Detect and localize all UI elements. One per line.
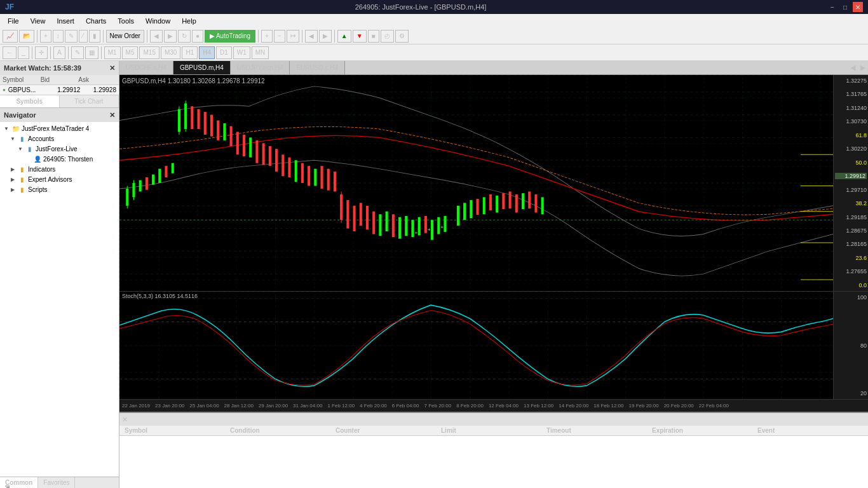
- tree-indicators[interactable]: ▶ ▮ Indicators: [1, 164, 118, 174]
- tf-w1[interactable]: W1: [233, 46, 250, 59]
- text-tool[interactable]: A: [53, 46, 65, 59]
- crosshair-tool[interactable]: ✛: [35, 46, 48, 59]
- buy-button[interactable]: ▲: [337, 30, 351, 43]
- forward-button[interactable]: ▶: [164, 30, 177, 43]
- navigator-close[interactable]: ✕: [109, 111, 115, 119]
- chart-area: USDCHF.s,H4 GBPUSD.m,H4 USDJPY.ecn,H4 EU…: [119, 61, 868, 412]
- svg-rect-26: [172, 163, 174, 173]
- separator2: [103, 30, 104, 43]
- svg-rect-73: [463, 203, 466, 220]
- tree-root[interactable]: ▼ 📁 JustForex MetaTrader 4: [1, 123, 118, 133]
- menu-insert[interactable]: Insert: [51, 16, 79, 26]
- tab-symbols[interactable]: Symbols: [0, 95, 60, 107]
- candle-button[interactable]: ▮: [89, 30, 100, 43]
- draw-button[interactable]: ✎: [65, 30, 78, 43]
- main-chart[interactable]: GBPUSD.m,H4 1.30180 1.30268 1.29678 1.29…: [119, 75, 868, 291]
- tf-m30[interactable]: M30: [161, 46, 180, 59]
- market-watch-row[interactable]: ● GBPUS... 1.29912 1.29928: [0, 85, 119, 95]
- time-feb13: 13 Feb 12:00: [521, 403, 556, 409]
- refresh-button[interactable]: ↻: [178, 30, 191, 43]
- tf-m15[interactable]: M15: [139, 46, 159, 59]
- chart-scroll-right[interactable]: ▶: [858, 62, 868, 73]
- menu-tools[interactable]: Tools: [112, 16, 139, 26]
- minimize-button[interactable]: −: [827, 2, 837, 12]
- tree-accounts[interactable]: ▼ ▮ Accounts: [1, 133, 118, 144]
- tf-h4[interactable]: H4: [199, 46, 215, 59]
- tf-d1[interactable]: D1: [216, 46, 232, 59]
- sell-button[interactable]: ▼: [353, 30, 367, 43]
- ask-price: 1.29928: [80, 86, 116, 93]
- autotrading-icon: ▶: [210, 32, 215, 39]
- tf-m1[interactable]: M1: [104, 46, 121, 59]
- autotrading-button[interactable]: ▶ AutoTrading: [205, 30, 255, 43]
- tf-sep4: [101, 46, 102, 59]
- navigator-bottom-tabs: Common Favorites: [0, 477, 119, 488]
- cursor-tool2[interactable]: ⎯: [18, 46, 29, 59]
- chart-scroll-left[interactable]: ◀: [848, 62, 858, 73]
- market-watch-close[interactable]: ✕: [109, 64, 115, 72]
- col-counter-header: Counter: [336, 427, 441, 434]
- toolbar1: 📈 📂 + ↕ ✎ ∕ ▮ New Order ◀ ▶ ↻ ● ▶ AutoTr…: [0, 28, 868, 44]
- tab-tick-chart[interactable]: Tick Chart: [60, 95, 119, 107]
- tf-h1[interactable]: H1: [182, 46, 198, 59]
- svg-rect-78: [496, 196, 498, 213]
- menu-file[interactable]: File: [3, 16, 24, 26]
- nav-tab-favorites[interactable]: Favorites: [38, 477, 75, 488]
- line-button[interactable]: ∕: [79, 30, 88, 43]
- col-condition-header: Condition: [230, 427, 336, 434]
- svg-text:+: +: [415, 230, 418, 235]
- svg-rect-83: [528, 191, 531, 208]
- clock-button[interactable]: ◴: [381, 30, 394, 43]
- account-label: 264905: Thorsten: [43, 156, 93, 163]
- price-scale: 1.32275 1.31765 1.31240 1.30730 61.8 1.3…: [833, 75, 868, 291]
- tf-mn[interactable]: MN: [252, 46, 269, 59]
- menu-charts[interactable]: Charts: [81, 16, 111, 26]
- chart-tab-usdchf[interactable]: USDCHF.s,H4: [119, 61, 173, 74]
- menu-help[interactable]: Help: [177, 16, 201, 26]
- next-bar-button[interactable]: ▶: [319, 30, 332, 43]
- alerts-close-button[interactable]: ✕: [122, 416, 128, 424]
- svg-rect-45: [281, 154, 284, 176]
- zoom-out-button[interactable]: −: [274, 30, 285, 43]
- tools-button[interactable]: ⚙: [395, 30, 409, 43]
- svg-rect-66: [411, 220, 414, 237]
- zoom-fit-button[interactable]: ↦: [287, 30, 299, 43]
- tree-justforex[interactable]: ▼ ▮ JustForex-Live: [1, 144, 118, 154]
- chart-tab-usdjpy[interactable]: USDJPY.ecn,H4: [231, 61, 290, 74]
- symbol-name: GBPUS...: [8, 86, 44, 93]
- menu-view[interactable]: View: [25, 16, 51, 26]
- svg-text:+: +: [440, 224, 444, 229]
- cursor-tool[interactable]: ←: [3, 46, 17, 59]
- close-button[interactable]: ✕: [853, 2, 863, 12]
- chart-tab-eurusd[interactable]: EURUSD.c,H4: [290, 61, 345, 74]
- tf-m5[interactable]: M5: [122, 46, 139, 59]
- zoom-in-button[interactable]: +: [261, 30, 273, 43]
- history-button[interactable]: ◀: [150, 30, 163, 43]
- col-symbol: Symbol: [3, 76, 41, 83]
- chart-tab-gbpusd[interactable]: GBPUSD.m,H4: [173, 61, 231, 74]
- trailing-button[interactable]: ■: [368, 30, 379, 43]
- price-1.27655: 1.27655: [835, 268, 867, 274]
- tree-scripts[interactable]: ▶ ▮ Scripts: [1, 184, 118, 194]
- svg-rect-23: [152, 175, 154, 185]
- navigator-header: Navigator ✕: [0, 108, 119, 122]
- crosshair-button[interactable]: +: [40, 30, 51, 43]
- tf-sep2: [50, 46, 51, 59]
- svg-rect-46: [288, 158, 290, 177]
- tree-experts[interactable]: ▶ ▮ Expert Advisors: [1, 174, 118, 184]
- new-order-button[interactable]: New Order: [106, 30, 144, 43]
- tree-account-user[interactable]: 👤 264905: Thorsten: [1, 154, 118, 164]
- price-1.31240: 1.31240: [835, 105, 867, 111]
- maximize-button[interactable]: □: [840, 2, 850, 12]
- period-button[interactable]: ●: [192, 30, 203, 43]
- draw-tool2[interactable]: ✎: [71, 46, 84, 59]
- expand-icon2: ▼: [9, 135, 17, 142]
- tf-sep1: [32, 46, 32, 59]
- draw-tool3[interactable]: ▦: [85, 46, 98, 59]
- pan-button[interactable]: ↕: [53, 30, 64, 43]
- tf-sep3: [68, 46, 69, 59]
- menu-window[interactable]: Window: [140, 16, 175, 26]
- open-button[interactable]: 📂: [19, 30, 34, 43]
- new-chart-button[interactable]: 📈: [3, 30, 18, 43]
- prev-bar-button[interactable]: ◀: [305, 30, 318, 43]
